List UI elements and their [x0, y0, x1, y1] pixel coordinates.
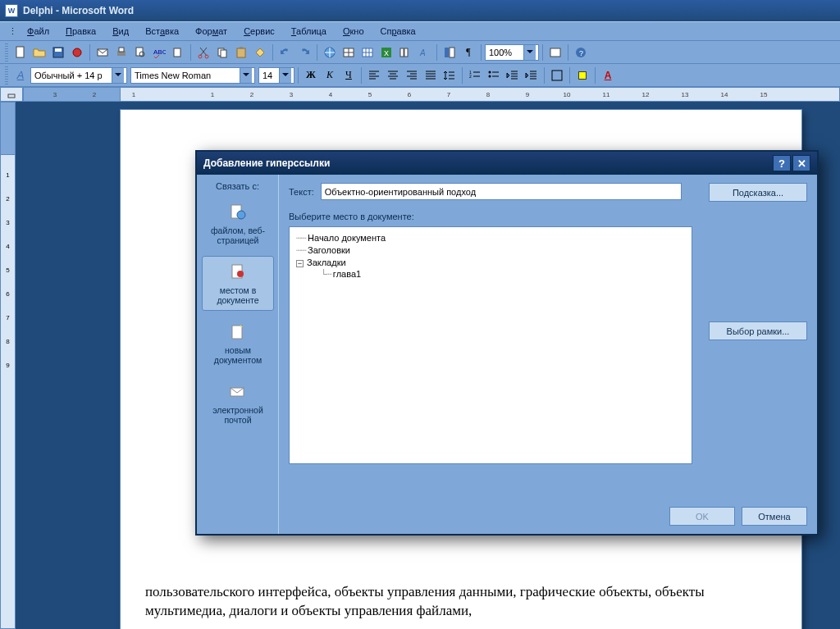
- zoom-input[interactable]: [486, 45, 523, 60]
- svg-rect-34: [552, 71, 562, 80]
- ok-button[interactable]: OK: [669, 507, 735, 526]
- tree-collapse-icon[interactable]: −: [296, 260, 304, 267]
- menu-edit[interactable]: Правка: [57, 24, 104, 39]
- italic-button[interactable]: К: [321, 66, 339, 84]
- save-icon[interactable]: [49, 43, 67, 62]
- align-right-icon[interactable]: [403, 66, 421, 84]
- tree-node-chapter1[interactable]: глава1: [333, 269, 361, 279]
- undo-icon[interactable]: [276, 43, 294, 62]
- style-combo[interactable]: [30, 67, 127, 84]
- tree-node-headings[interactable]: Заголовки: [308, 245, 350, 255]
- help-icon[interactable]: ?: [572, 43, 590, 62]
- tree-node-bookmarks[interactable]: Закладки: [307, 258, 346, 267]
- highlight-icon[interactable]: [573, 66, 591, 84]
- styles-pane-icon[interactable]: A: [11, 66, 30, 84]
- nav-new-doc[interactable]: новым документом: [202, 316, 274, 371]
- align-left-icon[interactable]: [365, 66, 383, 84]
- permissions-icon[interactable]: [68, 43, 86, 62]
- svg-point-32: [489, 71, 491, 73]
- align-center-icon[interactable]: [384, 66, 402, 84]
- hyperlink-icon[interactable]: [321, 43, 339, 62]
- indent-icon[interactable]: [523, 66, 541, 84]
- menu-help[interactable]: Справка: [372, 24, 424, 39]
- nav-file-web[interactable]: файлом, веб-страницей: [202, 196, 274, 251]
- doc-map-icon[interactable]: [441, 43, 459, 62]
- svg-rect-15: [237, 48, 245, 57]
- svg-rect-23: [404, 48, 408, 57]
- preview-icon[interactable]: [131, 43, 149, 62]
- bold-button[interactable]: Ж: [302, 66, 320, 84]
- format-painter-icon[interactable]: [251, 43, 269, 62]
- mail-icon[interactable]: [94, 43, 112, 62]
- place-tree[interactable]: ┈┈ Начало документа ┈┈ Заголовки −Заклад…: [289, 226, 692, 464]
- underline-button[interactable]: Ч: [340, 66, 358, 84]
- outdent-icon[interactable]: [504, 66, 522, 84]
- show-marks-icon[interactable]: ¶: [459, 43, 477, 62]
- tree-node-top[interactable]: Начало документа: [308, 233, 386, 243]
- svg-rect-0: [16, 47, 24, 57]
- drawing-icon[interactable]: A: [415, 43, 433, 62]
- font-input[interactable]: [131, 68, 240, 83]
- font-combo[interactable]: [130, 67, 255, 84]
- cut-icon[interactable]: [194, 43, 212, 62]
- spellcheck-icon[interactable]: ABC: [150, 43, 168, 62]
- font-dropdown-icon[interactable]: [240, 68, 252, 83]
- tables-borders-icon[interactable]: [340, 43, 358, 62]
- svg-text:A: A: [419, 48, 426, 57]
- insert-table-icon[interactable]: [358, 43, 377, 62]
- text-input[interactable]: [321, 183, 682, 200]
- size-combo[interactable]: [258, 67, 294, 84]
- line-spacing-icon[interactable]: [441, 66, 459, 84]
- nav-email[interactable]: электронной почтой: [202, 376, 274, 431]
- read-mode-icon[interactable]: [546, 43, 564, 62]
- dialog-close-button[interactable]: ✕: [792, 155, 810, 171]
- style-input[interactable]: [31, 68, 112, 83]
- document-text[interactable]: пользовательского интерфейса, объекты уп…: [121, 575, 801, 629]
- new-doc-icon[interactable]: [11, 43, 30, 62]
- numbered-list-icon[interactable]: 12: [466, 66, 484, 84]
- copy-icon[interactable]: [213, 43, 231, 62]
- app-icon: W: [5, 4, 18, 17]
- excel-icon[interactable]: X: [377, 43, 395, 62]
- open-icon[interactable]: [30, 43, 48, 62]
- menu-format[interactable]: Формат: [187, 24, 235, 39]
- menu-table[interactable]: Таблица: [283, 24, 335, 39]
- app-title: Delphi - Microsoft Word: [23, 5, 134, 16]
- menu-service[interactable]: Сервис: [235, 24, 283, 39]
- align-justify-icon[interactable]: [422, 66, 440, 84]
- dialog-sidebar: Связать с: файлом, веб-страницей местом …: [197, 175, 279, 534]
- zoom-combo[interactable]: [485, 44, 539, 61]
- vertical-ruler[interactable]: 123456789: [0, 102, 16, 629]
- menu-arrow-icon: ⋮: [7, 26, 19, 37]
- svg-point-39: [237, 271, 244, 277]
- font-color-icon[interactable]: A: [599, 66, 617, 84]
- redo-icon[interactable]: [295, 43, 313, 62]
- dialog-main: Текст: Выберите место в документе: ┈┈ На…: [279, 175, 817, 534]
- paste-icon[interactable]: [232, 43, 250, 62]
- columns-icon[interactable]: [396, 43, 414, 62]
- horizontal-ruler[interactable]: 321123456789101112131415: [23, 87, 840, 102]
- borders-icon[interactable]: [548, 66, 566, 84]
- menu-view[interactable]: Вид: [104, 24, 137, 39]
- menu-window[interactable]: Окно: [335, 24, 372, 39]
- ruler-corner-icon[interactable]: [0, 87, 23, 102]
- cancel-button[interactable]: Отмена: [742, 507, 807, 526]
- dialog-titlebar[interactable]: Добавление гиперссылки ? ✕: [197, 152, 817, 175]
- bullet-list-icon[interactable]: [485, 66, 503, 84]
- size-input[interactable]: [259, 68, 279, 83]
- nav-place-in-doc[interactable]: местом в документе: [202, 256, 274, 311]
- style-dropdown-icon[interactable]: [112, 68, 124, 83]
- new-doc-icon: [226, 321, 250, 343]
- size-dropdown-icon[interactable]: [279, 68, 291, 83]
- screentip-button[interactable]: Подсказка...: [709, 183, 807, 202]
- research-icon[interactable]: [169, 43, 187, 62]
- svg-rect-14: [221, 50, 226, 57]
- print-icon[interactable]: [112, 43, 130, 62]
- menu-insert[interactable]: Вставка: [137, 24, 187, 39]
- text-label: Текст:: [289, 187, 314, 197]
- zoom-dropdown-icon[interactable]: [523, 45, 536, 60]
- svg-text:ABC: ABC: [153, 48, 166, 56]
- target-frame-button[interactable]: Выбор рамки...: [709, 321, 807, 340]
- dialog-help-button[interactable]: ?: [773, 155, 791, 171]
- menu-file[interactable]: Файл: [19, 24, 57, 39]
